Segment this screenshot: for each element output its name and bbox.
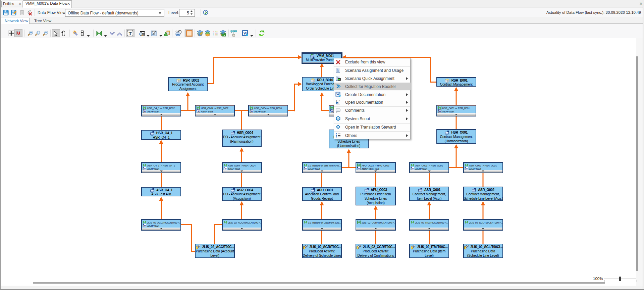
svg-text:T: T	[129, 31, 132, 36]
svg-text:w: w	[336, 102, 338, 104]
